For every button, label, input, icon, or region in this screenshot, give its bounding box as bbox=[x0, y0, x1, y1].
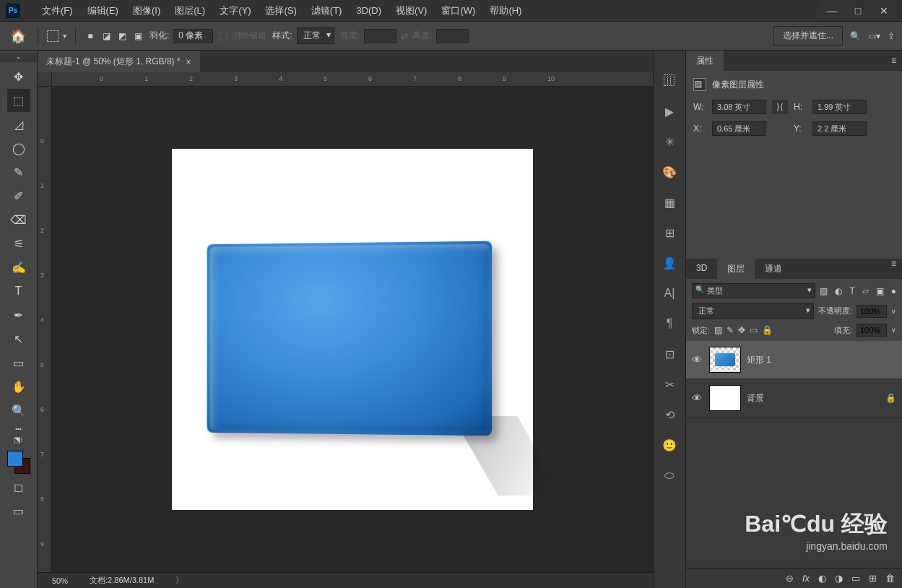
libraries-panel-icon[interactable]: ⊡ bbox=[661, 345, 678, 363]
layer-thumbnail[interactable] bbox=[709, 347, 741, 373]
menu-type[interactable]: 文字(Y) bbox=[212, 4, 258, 17]
minimize-button[interactable]: — bbox=[820, 3, 844, 19]
panel-menu-icon[interactable]: ≡ bbox=[885, 56, 902, 66]
menu-filter[interactable]: 滤镜(T) bbox=[304, 4, 350, 17]
character-panel-icon[interactable]: A| bbox=[661, 285, 678, 302]
rectangle-tool[interactable]: ▭ bbox=[7, 351, 30, 374]
layer-name[interactable]: 矩形 1 bbox=[747, 354, 771, 366]
width-input[interactable] bbox=[712, 100, 766, 114]
menu-layer[interactable]: 图层(L) bbox=[168, 4, 212, 17]
link-layers-icon[interactable]: ⊖ bbox=[786, 573, 794, 584]
layer-item[interactable]: 👁 矩形 1 bbox=[686, 341, 902, 379]
filter-smart-icon[interactable]: ▣ bbox=[876, 286, 884, 296]
menu-edit[interactable]: 编辑(E) bbox=[80, 4, 126, 17]
eraser-tool[interactable]: ⌫ bbox=[7, 208, 30, 231]
y-input[interactable] bbox=[812, 121, 867, 136]
status-arrow[interactable]: 〉 bbox=[175, 575, 183, 586]
move-tool[interactable]: ✥ bbox=[7, 65, 30, 88]
hand-tool[interactable]: ✋ bbox=[7, 375, 30, 398]
adjustment-icon[interactable]: ◑ bbox=[835, 573, 843, 584]
canvas[interactable] bbox=[52, 87, 653, 572]
layer-item[interactable]: 👁 背景 🔒 bbox=[686, 379, 902, 418]
adjustments-panel-icon[interactable]: 👤 bbox=[661, 254, 678, 272]
lock-transparency-icon[interactable]: ▨ bbox=[714, 325, 722, 335]
lock-artboard-icon[interactable]: ▭ bbox=[750, 325, 758, 335]
alien-panel-icon[interactable]: ⬭ bbox=[661, 467, 678, 484]
menu-3d[interactable]: 3D(D) bbox=[349, 5, 389, 16]
layer-thumbnail[interactable] bbox=[709, 385, 741, 411]
fx-icon[interactable]: fx bbox=[802, 573, 810, 584]
visibility-icon[interactable]: 👁 bbox=[692, 354, 703, 366]
foreground-color[interactable] bbox=[7, 451, 23, 467]
lock-all-icon[interactable]: 🔒 bbox=[762, 325, 773, 335]
quickmask-tool[interactable]: ◻ bbox=[7, 475, 30, 498]
filter-pixel-icon[interactable]: ▨ bbox=[820, 286, 828, 296]
marquee-tool[interactable]: ⬚ bbox=[7, 89, 30, 112]
color-panel-icon[interactable]: 🎨 bbox=[661, 163, 678, 181]
actions-panel-icon[interactable]: ▶ bbox=[661, 103, 678, 120]
select-new-icon[interactable]: ■ bbox=[84, 30, 96, 42]
navigator-panel-icon[interactable]: ✳ bbox=[661, 133, 678, 150]
menu-image[interactable]: 图像(I) bbox=[126, 4, 168, 17]
menu-view[interactable]: 视图(V) bbox=[389, 4, 434, 17]
paragraph-panel-icon[interactable]: ¶ bbox=[661, 315, 678, 332]
x-input[interactable] bbox=[712, 121, 766, 136]
pen-tool[interactable]: ✒ bbox=[7, 303, 30, 327]
clone-panel-icon[interactable]: ⟲ bbox=[661, 406, 678, 423]
path-select-tool[interactable]: ↖ bbox=[7, 327, 30, 350]
tab-channels[interactable]: 通道 bbox=[755, 259, 792, 279]
share-icon[interactable]: ⇪ bbox=[888, 31, 895, 41]
history-panel-icon[interactable]: ⿲ bbox=[661, 72, 678, 90]
lock-image-icon[interactable]: ✎ bbox=[727, 325, 734, 335]
type-tool[interactable]: T bbox=[7, 280, 30, 303]
search-icon[interactable]: 🔍 bbox=[850, 31, 861, 41]
filter-type-icon[interactable]: T bbox=[849, 286, 854, 296]
delete-layer-icon[interactable]: 🗑 bbox=[885, 573, 895, 584]
height-input[interactable] bbox=[812, 100, 867, 114]
eyedropper-tool[interactable]: ✎ bbox=[7, 160, 30, 183]
menu-window[interactable]: 窗口(W) bbox=[434, 4, 482, 17]
mask-icon[interactable]: ◐ bbox=[818, 573, 826, 584]
toolbar-expand[interactable]: » bbox=[0, 53, 37, 62]
filter-shape-icon[interactable]: ▱ bbox=[862, 286, 869, 296]
history-brush-tool[interactable]: ✍ bbox=[7, 256, 30, 279]
cc-panel-icon[interactable]: 🙂 bbox=[661, 436, 678, 454]
zoom-level[interactable]: 50% bbox=[52, 576, 68, 585]
swatches-panel-icon[interactable]: ▦ bbox=[661, 194, 678, 211]
properties-tab[interactable]: 属性 bbox=[686, 51, 724, 72]
brush-tool[interactable]: ✐ bbox=[7, 184, 30, 207]
style-select[interactable]: 正常 bbox=[297, 27, 334, 44]
menu-select[interactable]: 选择(S) bbox=[258, 4, 303, 17]
edit-toolbar[interactable]: ••• bbox=[0, 425, 37, 433]
filter-toggle-icon[interactable]: ● bbox=[891, 286, 896, 296]
close-button[interactable]: ✕ bbox=[872, 3, 896, 19]
layer-filter-select[interactable]: 类型 bbox=[692, 283, 815, 298]
workspace-icon[interactable]: ▭▾ bbox=[868, 31, 880, 41]
select-add-icon[interactable]: ◪ bbox=[100, 30, 112, 42]
blend-mode-select[interactable]: 正常 bbox=[692, 303, 814, 319]
select-subtract-icon[interactable]: ◩ bbox=[116, 30, 128, 42]
healing-tool[interactable]: ⚟ bbox=[7, 232, 30, 255]
fill-input[interactable] bbox=[857, 324, 887, 337]
swap-colors-icon[interactable]: ⬔↕ bbox=[14, 436, 24, 444]
tab-layers[interactable]: 图层 bbox=[717, 259, 755, 279]
opacity-input[interactable] bbox=[857, 305, 887, 318]
tab-3d[interactable]: 3D bbox=[686, 259, 717, 279]
layer-name[interactable]: 背景 bbox=[747, 392, 764, 405]
group-icon[interactable]: ▭ bbox=[851, 573, 860, 584]
layers-menu-icon[interactable]: ≡ bbox=[885, 259, 902, 279]
tab-close-icon[interactable]: × bbox=[186, 57, 191, 67]
screenmode-tool[interactable]: ▭ bbox=[7, 499, 30, 522]
menu-file[interactable]: 文件(F) bbox=[35, 4, 80, 17]
lasso-tool[interactable]: ◿ bbox=[7, 113, 30, 136]
link-wh-icon[interactable]: ⟩⟨ bbox=[772, 100, 788, 114]
visibility-icon[interactable]: 👁 bbox=[692, 392, 703, 404]
filter-adjust-icon[interactable]: ◐ bbox=[835, 286, 842, 296]
marquee-icon[interactable] bbox=[47, 30, 58, 42]
zoom-tool[interactable]: 🔍 bbox=[7, 399, 30, 422]
feather-input[interactable] bbox=[173, 29, 213, 43]
color-swatches[interactable] bbox=[6, 449, 32, 475]
maximize-button[interactable]: □ bbox=[846, 3, 870, 19]
select-intersect-icon[interactable]: ▣ bbox=[132, 30, 144, 42]
quick-select-tool[interactable]: ◯ bbox=[7, 137, 30, 160]
